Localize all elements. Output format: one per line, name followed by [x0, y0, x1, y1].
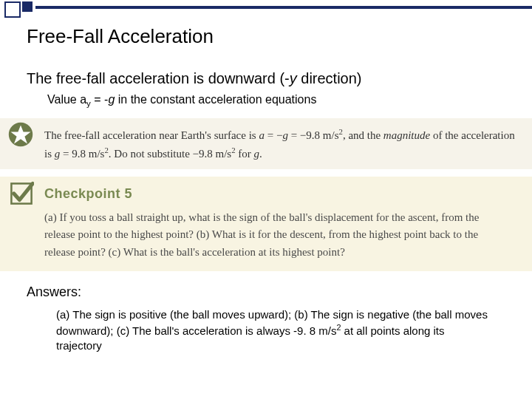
callout-t9: . [259, 148, 262, 160]
lead-post: direction) [297, 70, 362, 86]
callout-t3: = −9.8 m/s [288, 129, 339, 141]
callout-g1: g [282, 129, 288, 141]
callout-t8: for [236, 148, 254, 160]
header-rule [35, 6, 532, 9]
checkpoint-callout: Checkpoint 5 (a) If you toss a ball stra… [0, 177, 532, 271]
callout-t4: , and the [343, 129, 383, 141]
page-title: Free-Fall Acceleration [27, 25, 505, 48]
sub-pre: Value a [47, 93, 86, 106]
check-icon [9, 181, 34, 206]
sub-text: Value ay = -g in the constant accelerati… [47, 93, 505, 108]
callout-a: a [259, 129, 265, 141]
callout-t6: = 9.8 m/s [60, 148, 104, 160]
sub-post: in the constant acceleration equations [115, 93, 316, 106]
callout-mag: magnitude [383, 129, 430, 141]
callout-t7: . Do not substitute −9.8 m/s [109, 148, 231, 160]
sub-g: g [108, 93, 115, 106]
lead-text: The free-fall acceleration is downward (… [27, 70, 505, 87]
slide-content: Free-Fall Acceleration The free-fall acc… [0, 25, 532, 354]
sub-mid: = - [91, 93, 109, 106]
answers-body: (a) The sign is positive (the ball moves… [56, 307, 491, 354]
checkpoint-title: Checkpoint 5 [44, 184, 510, 205]
answers-label: Answers: [27, 284, 505, 300]
square-filled-icon [22, 1, 33, 12]
lead-var: y [290, 70, 297, 86]
lead-pre: The free-fall acceleration is downward (… [27, 70, 290, 86]
square-outline-icon [4, 1, 21, 18]
tip-callout: The free-fall acceleration near Earth's … [0, 118, 532, 169]
callout-g3: g [254, 148, 260, 160]
callout-t1: The free-fall acceleration near Earth's … [44, 129, 259, 141]
header-decoration [0, 0, 532, 21]
callout-t2: = − [265, 129, 282, 141]
star-icon [7, 121, 34, 148]
checkpoint-body: (a) If you toss a ball straight up, what… [44, 209, 510, 261]
